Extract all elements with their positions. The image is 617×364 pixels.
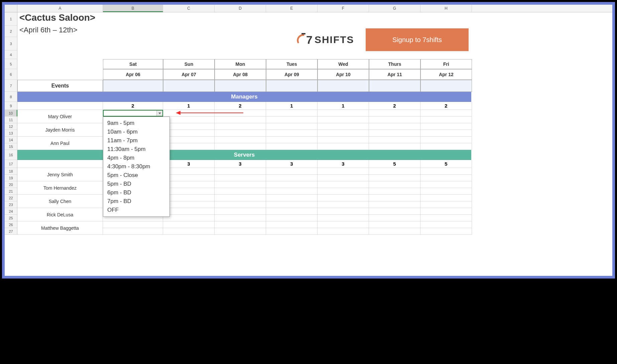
cell-E24[interactable] <box>266 208 318 215</box>
cell-H24[interactable] <box>420 208 472 215</box>
row-header-16[interactable]: 16 <box>5 150 17 160</box>
cell-E22[interactable] <box>266 195 318 201</box>
dropdown-option-10[interactable]: OFF <box>103 206 169 214</box>
cell-F21[interactable] <box>318 188 369 195</box>
mgr-count-sun[interactable]: 1 <box>163 102 215 110</box>
cell-E10[interactable] <box>266 110 318 117</box>
cell-H15[interactable] <box>420 143 472 150</box>
cell-D11[interactable] <box>215 117 266 123</box>
cell-H20[interactable] <box>420 181 472 188</box>
cell-F11[interactable] <box>318 117 369 123</box>
cell-E21[interactable] <box>266 188 318 195</box>
col-header-G[interactable]: G <box>369 5 420 12</box>
row-header-1[interactable]: 1 <box>5 12 17 26</box>
dropdown-option-2[interactable]: 11am - 7pm <box>103 136 169 145</box>
row-header-25[interactable]: 25 <box>5 215 17 221</box>
cell-E25[interactable] <box>266 215 318 221</box>
cell-C21[interactable] <box>163 188 215 195</box>
cell-G22[interactable] <box>369 195 420 201</box>
col-header-F[interactable]: F <box>318 5 369 12</box>
cell-F19[interactable] <box>318 175 369 181</box>
cell-E18[interactable] <box>266 168 318 175</box>
row-header-11[interactable]: 11 <box>5 117 17 123</box>
cell-G27[interactable] <box>369 228 420 235</box>
cell-G11[interactable] <box>369 117 420 123</box>
cell-C13[interactable] <box>163 130 215 137</box>
row-header-8[interactable]: 8 <box>5 92 17 102</box>
mgr-count-tue[interactable]: 1 <box>266 102 318 110</box>
cell-F27[interactable] <box>318 228 369 235</box>
cell-F15[interactable] <box>318 143 369 150</box>
date-1[interactable]: Apr 07 <box>163 69 215 80</box>
cell-F25[interactable] <box>318 215 369 221</box>
cell-D27[interactable] <box>215 228 266 235</box>
cell-D19[interactable] <box>215 175 266 181</box>
cell-C12[interactable] <box>163 123 215 130</box>
event-thu[interactable] <box>369 80 420 92</box>
dropdown-option-9[interactable]: 7pm - BD <box>103 197 169 206</box>
row-header-4[interactable]: 4 <box>5 50 17 59</box>
cell-C20[interactable] <box>163 181 215 188</box>
dropdown-option-0[interactable]: 9am - 5pm <box>103 119 169 128</box>
row-header-20[interactable]: 20 <box>5 181 17 188</box>
cell-G13[interactable] <box>369 130 420 137</box>
event-fri[interactable] <box>420 80 472 92</box>
row-header-26[interactable]: 26 <box>5 221 17 228</box>
cell-E23[interactable] <box>266 201 318 208</box>
cell-D23[interactable] <box>215 201 266 208</box>
day-mon[interactable]: Mon <box>215 59 266 69</box>
cell-H12[interactable] <box>420 123 472 130</box>
col-header-C[interactable]: C <box>163 5 215 12</box>
cell-F14[interactable] <box>318 137 369 143</box>
event-mon[interactable] <box>215 80 266 92</box>
cell-G26[interactable] <box>369 221 420 228</box>
cell-C24[interactable] <box>163 208 215 215</box>
cell-A17[interactable] <box>17 160 103 168</box>
shift-dropdown-list[interactable]: 9am - 5pm 10am - 6pm 11am - 7pm 11:30am … <box>103 117 170 217</box>
row-header-13[interactable]: 13 <box>5 130 17 137</box>
cell-B27[interactable] <box>103 228 163 235</box>
cell-E11[interactable] <box>266 117 318 123</box>
cell-D18[interactable] <box>215 168 266 175</box>
day-sun[interactable]: Sun <box>163 59 215 69</box>
row-header-18[interactable]: 18 <box>5 168 17 175</box>
dropdown-option-7[interactable]: 5pm - BD <box>103 180 169 188</box>
col-header-D[interactable]: D <box>215 5 266 12</box>
srv-count-thu[interactable]: 5 <box>369 160 420 168</box>
cell-G23[interactable] <box>369 201 420 208</box>
col-header-B[interactable]: B <box>103 5 163 12</box>
srv-count-mon[interactable]: 3 <box>215 160 266 168</box>
row-header-17[interactable]: 17 <box>5 160 17 168</box>
col-header-E[interactable]: E <box>266 5 318 12</box>
row-header-23[interactable]: 23 <box>5 201 17 208</box>
page-title[interactable]: <Cactus Saloon> <box>17 12 95 23</box>
mgr-name-0[interactable]: Mary Oliver <box>17 110 103 123</box>
cell-H13[interactable] <box>420 130 472 137</box>
cell-E27[interactable] <box>266 228 318 235</box>
cell-F10[interactable] <box>318 110 369 117</box>
day-tue[interactable]: Tues <box>266 59 318 69</box>
cell-H19[interactable] <box>420 175 472 181</box>
dropdown-option-1[interactable]: 10am - 6pm <box>103 128 169 136</box>
row-header-24[interactable]: 24 <box>5 208 17 215</box>
cell-E14[interactable] <box>266 137 318 143</box>
select-all-corner[interactable] <box>5 5 17 12</box>
cell-G14[interactable] <box>369 137 420 143</box>
cell-H18[interactable] <box>420 168 472 175</box>
row-header-12[interactable]: 12 <box>5 123 17 130</box>
date-0[interactable]: Apr 06 <box>103 69 163 80</box>
cell-G10[interactable] <box>369 110 420 117</box>
cell-D21[interactable] <box>215 188 266 195</box>
cell-H26[interactable] <box>420 221 472 228</box>
cell-G21[interactable] <box>369 188 420 195</box>
col-header-A[interactable]: A <box>17 5 103 12</box>
day-fri[interactable]: Fri <box>420 59 472 69</box>
day-sat[interactable]: Sat <box>103 59 163 69</box>
cell-D15[interactable] <box>215 143 266 150</box>
cell-G19[interactable] <box>369 175 420 181</box>
cell-F22[interactable] <box>318 195 369 201</box>
event-wed[interactable] <box>318 80 369 92</box>
day-wed[interactable]: Wed <box>318 59 369 69</box>
event-sun[interactable] <box>163 80 215 92</box>
row-header-7[interactable]: 7 <box>5 80 17 92</box>
